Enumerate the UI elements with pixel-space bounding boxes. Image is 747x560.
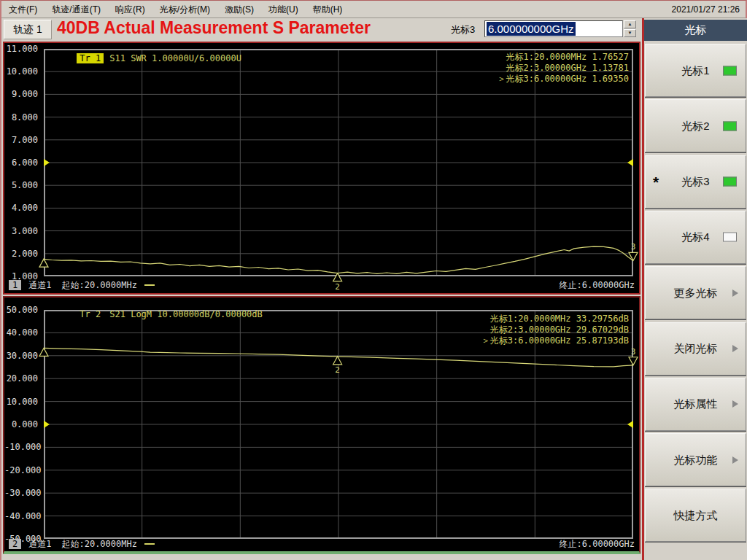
y-tick-label: 6.000 <box>4 158 38 168</box>
datetime-display: 2021/01/27 21:26 <box>672 4 746 15</box>
trace1-chip[interactable]: Tr 1 <box>77 53 104 63</box>
start-frequency: 起始:20.0000MHz <box>61 279 136 292</box>
submenu-arrow-icon <box>732 345 738 352</box>
y-tick-label: 8.000 <box>4 112 38 122</box>
indicator-on <box>723 121 737 131</box>
menu-items: 文件(F)轨迹/通道(T)响应(R)光标/分析(M)激励(S)功能(U)帮助(H… <box>1 2 349 18</box>
menu-item-0[interactable]: 文件(F) <box>1 2 44 18</box>
channel-label: 通道1 <box>28 538 51 551</box>
trace2-chip[interactable]: Tr 2 <box>77 309 104 319</box>
y-tick-label: 50.000 <box>4 305 38 315</box>
svg-text:3: 3 <box>631 347 636 357</box>
y-tick-label: -40.000 <box>4 511 38 521</box>
toolbar: 轨迹 1 40DB Actual Measurement S Parameter… <box>1 18 746 41</box>
sidebar-button-光标2[interactable]: 光标2 <box>645 99 746 152</box>
submenu-arrow-icon <box>732 400 738 408</box>
sidebar-button-光标4[interactable]: 光标4 <box>645 211 746 264</box>
menu-item-3[interactable]: 光标/分析(M) <box>152 2 217 18</box>
menu-item-2[interactable]: 响应(R) <box>108 2 152 18</box>
sidebar-button-光标3[interactable]: *光标3 <box>645 155 746 209</box>
menu-item-4[interactable]: 激励(S) <box>217 2 261 18</box>
y-tick-label: 30.000 <box>4 351 38 361</box>
marker-input-label: 光标3 <box>451 23 475 36</box>
indicator-on <box>723 177 737 187</box>
channel-badge: 2 <box>9 539 21 549</box>
trace2-header: Tr 2S21 LogM 10.00000dB/0.00000dB <box>45 299 263 330</box>
channel-badge: 1 <box>9 280 21 290</box>
sidebar-button-更多光标[interactable]: 更多光标 <box>645 266 746 319</box>
sidebar-button-光标属性[interactable]: 光标属性 <box>645 378 746 431</box>
marker-readouts-s21: 光标1:20.0000MHz 33.29756dB光标2:3.00000GHz … <box>481 314 629 346</box>
indicator-off <box>723 233 737 242</box>
sidebar-button-label: 光标功能 <box>646 453 746 467</box>
sidebar-button-label: 光标属性 <box>646 397 746 411</box>
marker-readout-line: 光标1:20.0000MHz 33.29756dB <box>481 314 629 324</box>
trace-color-legend <box>144 284 155 286</box>
menu-item-1[interactable]: 轨迹/通道(T) <box>44 2 108 18</box>
y-axis-ticks-s21: 50.00040.00030.00020.00010.0000.000-10.0… <box>4 298 41 551</box>
channel-label: 通道1 <box>28 279 51 292</box>
y-tick-label: 5.000 <box>4 180 38 190</box>
sidebar-button-label: 更多光标 <box>646 286 746 300</box>
indicator-on <box>723 66 737 75</box>
page-title: 40DB Actual Measurement S Parameter <box>57 18 371 38</box>
marker-readouts-s11: 光标1:20.0000MHz 1.76527光标2:3.00000GHz 1.1… <box>498 52 630 85</box>
submenu-arrow-icon <box>732 289 738 297</box>
y-tick-label: -30.000 <box>4 488 38 498</box>
menu-item-5[interactable]: 功能(U) <box>261 2 306 18</box>
submenu-arrow-icon <box>732 456 738 464</box>
y-tick-label: -20.000 <box>4 465 38 475</box>
stop-frequency: 终止:6.00000GHz <box>560 538 635 551</box>
svg-text:2: 2 <box>335 365 340 375</box>
menu-item-6[interactable]: 帮助(H) <box>306 2 350 18</box>
marker-readout-line: 光标2:3.00000GHz 1.13781 <box>498 63 630 74</box>
sidebar-button-label: 快捷方式 <box>646 508 746 522</box>
y-tick-label: 9.000 <box>4 89 38 99</box>
marker-readout-line: ＞光标3:6.00000GHz 25.87193dB <box>481 335 629 346</box>
marker-sidebar: 光标 光标1光标2*光标3光标4更多光标关闭光标光标属性光标功能快捷方式 <box>642 18 747 560</box>
y-tick-label: 7.000 <box>4 135 38 145</box>
sidebar-button-光标1[interactable]: 光标1 <box>645 44 746 97</box>
sidebar-button-关闭光标[interactable]: 关闭光标 <box>645 322 746 376</box>
selected-input-text: 6.000000000GHz <box>487 22 576 36</box>
chart-panel-s11-swr: Tr 1S11 SWR 1.00000U/6.00000U 11.00010.0… <box>3 42 640 295</box>
start-frequency: 起始:20.0000MHz <box>61 538 136 551</box>
trace1-scale-text: S11 SWR 1.00000U/6.00000U <box>109 53 241 63</box>
marker-readout-line: ＞光标3:6.00000GHz 1.69350 <box>498 74 630 85</box>
svg-text:3: 3 <box>631 242 636 252</box>
trace-color-legend <box>144 543 155 545</box>
trace1-header: Tr 1S11 SWR 1.00000U/6.00000U <box>45 43 241 74</box>
menu-bar: 文件(F)轨迹/通道(T)响应(R)光标/分析(M)激励(S)功能(U)帮助(H… <box>1 1 746 18</box>
stepper-down-button[interactable]: ▼ <box>624 29 636 37</box>
chart-footer-s11: 1 通道1 起始:20.0000MHz 终止:6.00000GHz <box>9 279 635 292</box>
vna-application-window: 文件(F)轨迹/通道(T)响应(R)光标/分析(M)激励(S)功能(U)帮助(H… <box>0 0 747 560</box>
chart-footer-s21: 2 通道1 起始:20.0000MHz 终止:6.00000GHz <box>9 537 635 551</box>
marker-readout-line: 光标1:20.0000MHz 1.76527 <box>498 52 630 63</box>
sidebar-button-快捷方式[interactable]: 快捷方式 <box>645 489 746 542</box>
y-tick-label: 4.000 <box>4 203 38 213</box>
y-tick-label: 40.000 <box>4 327 38 338</box>
marker-frequency-input[interactable]: 6.000000000GHz <box>484 20 623 37</box>
y-tick-label: 10.000 <box>4 397 38 407</box>
trace2-scale-text: S21 LogM 10.00000dB/0.00000dB <box>109 309 263 319</box>
sidebar-header: 光标 <box>644 20 747 41</box>
y-axis-ticks-s11: 11.00010.0009.0008.0007.0006.0005.0004.0… <box>4 43 41 293</box>
marker-readout-line: 光标2:3.00000GHz 29.67029dB <box>481 324 629 335</box>
trace-selector[interactable]: 轨迹 1 <box>4 20 52 39</box>
frequency-stepper: ▲ ▼ <box>624 20 636 38</box>
stop-frequency: 终止:6.00000GHz <box>560 279 635 292</box>
y-tick-label: 0.000 <box>4 419 38 429</box>
y-tick-label: 3.000 <box>4 226 38 236</box>
y-tick-label: 2.000 <box>4 249 38 259</box>
sidebar-button-光标功能[interactable]: 光标功能 <box>645 433 746 486</box>
sidebar-button-label: 关闭光标 <box>646 342 746 356</box>
y-tick-label: 10.000 <box>4 66 38 77</box>
y-tick-label: 11.000 <box>4 44 38 54</box>
y-tick-label: -10.000 <box>4 442 38 452</box>
stepper-up-button[interactable]: ▲ <box>624 20 636 28</box>
y-tick-label: 20.000 <box>4 373 38 384</box>
chart-panel-s21-logm: Tr 2S21 LogM 10.00000dB/0.00000dB 50.000… <box>3 296 640 554</box>
